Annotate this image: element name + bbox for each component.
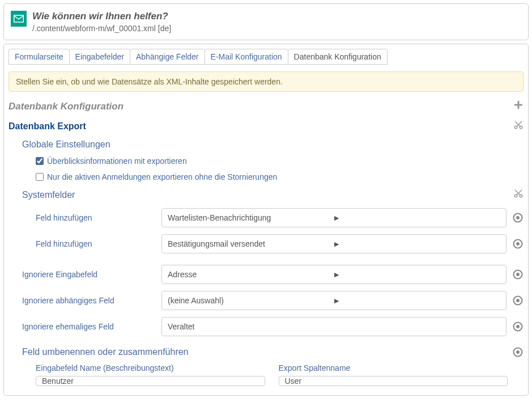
subsection-global: Globale Einstellungen	[22, 139, 524, 150]
select-add-field-2-value: Bestätigungsmail versendet	[168, 239, 334, 248]
input-ignore-former[interactable]	[161, 317, 507, 336]
svg-point-16	[516, 350, 520, 354]
chevron-right-icon: ▶	[334, 297, 501, 304]
label-ignore-dep: Ignoriere abhängiges Feld	[22, 296, 156, 305]
label-rename-export: Export Spaltenname	[279, 363, 508, 373]
checkbox-overview-input[interactable]	[36, 157, 44, 165]
svg-point-6	[516, 216, 520, 219]
section-db-export: Datenbank Export	[8, 121, 86, 132]
cut-icon-sysfields[interactable]	[513, 188, 524, 201]
page-title: Wie können wir Ihnen helfen?	[32, 11, 521, 22]
select-add-field-1-value: Wartelisten-Benachrichtigung	[168, 213, 334, 222]
label-add-field-1: Feld hinzufügen	[36, 213, 156, 222]
tab-datenbank-konfig[interactable]: Datenbank Konfiguration	[288, 49, 388, 65]
add-icon[interactable]	[513, 100, 524, 113]
select-ignore-input[interactable]: Adresse ▶	[161, 265, 507, 284]
tab-formularseite[interactable]: Formularseite	[8, 49, 70, 65]
select-ignore-dep[interactable]: (keine Auswahl) ▶	[161, 291, 507, 310]
chevron-right-icon: ▶	[334, 214, 501, 222]
checkbox-active-label: Nur die aktiven Anmeldungen exportieren …	[47, 172, 277, 181]
target-icon-6[interactable]	[512, 346, 524, 358]
select-add-field-1[interactable]: Wartelisten-Benachrichtigung ▶	[161, 208, 507, 227]
label-add-field-2: Feld hinzufügen	[36, 239, 156, 248]
svg-point-8	[516, 242, 520, 246]
select-add-field-2[interactable]: Bestätigungsmail versendet ▶	[161, 234, 507, 253]
subsection-systemfields: Systemfelder	[22, 190, 75, 200]
header-panel: Wie können wir Ihnen helfen? /.content/w…	[3, 3, 529, 40]
tab-eingabefelder[interactable]: Eingabefelder	[69, 49, 130, 65]
target-icon-2[interactable]	[512, 238, 524, 249]
target-icon-3[interactable]	[512, 269, 524, 280]
select-ignore-dep-value: (keine Auswahl)	[168, 296, 334, 305]
select-ignore-input-value: Adresse	[168, 270, 334, 279]
help-text: Stellen Sie ein, ob und wie Datensätze a…	[8, 71, 524, 92]
main-panel: Formularseite Eingabefelder Abhängige Fe…	[3, 44, 529, 396]
target-icon-5[interactable]	[512, 321, 524, 332]
label-rename-input: Eingabefeld Name (Beschreibungstext)	[36, 363, 265, 373]
chevron-right-icon: ▶	[334, 240, 501, 248]
label-ignore-input: Ignoriere Eingabefeld	[22, 270, 156, 279]
mail-icon	[11, 11, 27, 27]
section-db-config: Datenbank Konfiguration	[8, 101, 124, 112]
input-rename-export[interactable]	[279, 376, 508, 386]
checkbox-overview-export[interactable]: Überblicksinformationen mit exportieren	[36, 156, 524, 166]
checkbox-active-only[interactable]: Nur die aktiven Anmeldungen exportieren …	[36, 172, 524, 181]
subsection-rename: Feld umbenennen oder zusammenführen	[22, 347, 189, 357]
tab-abhaengige-felder[interactable]: Abhängige Felder	[130, 49, 205, 65]
checkbox-overview-label: Überblicksinformationen mit exportieren	[47, 156, 187, 166]
page-path: /.content/webform-m/wf_00001.xml [de]	[32, 24, 521, 33]
label-ignore-former: Ignoriere ehemaliges Feld	[22, 322, 156, 331]
target-icon-4[interactable]	[512, 295, 524, 306]
tab-bar: Formularseite Eingabefelder Abhängige Fe…	[8, 49, 524, 65]
checkbox-active-input[interactable]	[36, 173, 44, 181]
svg-point-10	[516, 273, 520, 276]
input-rename-field[interactable]	[36, 376, 265, 386]
svg-point-14	[516, 325, 520, 328]
cut-icon[interactable]	[513, 120, 524, 133]
chevron-right-icon: ▶	[334, 271, 501, 278]
svg-point-12	[516, 299, 520, 302]
target-icon-1[interactable]	[512, 212, 524, 223]
tab-email-konfig[interactable]: E-Mail Konfiguration	[205, 49, 288, 65]
